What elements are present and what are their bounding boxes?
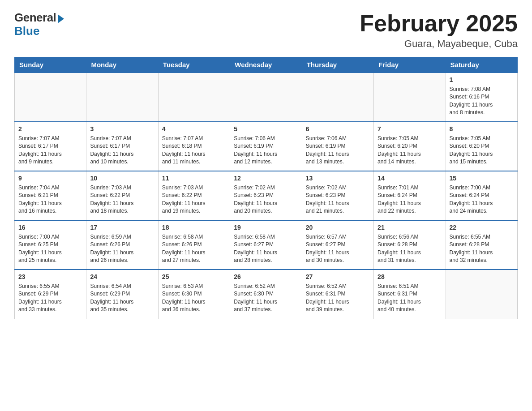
table-row: 7Sunrise: 7:05 AM Sunset: 6:20 PM Daylig…: [374, 122, 446, 171]
day-info: Sunrise: 6:55 AM Sunset: 6:28 PM Dayligh…: [450, 233, 514, 265]
day-number: 18: [162, 223, 226, 232]
col-monday: Monday: [86, 57, 158, 73]
day-info: Sunrise: 6:52 AM Sunset: 6:30 PM Dayligh…: [234, 283, 298, 314]
day-info: Sunrise: 7:05 AM Sunset: 6:20 PM Dayligh…: [378, 135, 442, 166]
table-row: [374, 73, 446, 122]
table-row: [86, 73, 158, 122]
calendar-week-row: 23Sunrise: 6:55 AM Sunset: 6:29 PM Dayli…: [15, 270, 518, 319]
logo: General Blue: [14, 11, 64, 38]
table-row: 16Sunrise: 7:00 AM Sunset: 6:25 PM Dayli…: [15, 220, 86, 270]
day-info: Sunrise: 7:02 AM Sunset: 6:23 PM Dayligh…: [306, 184, 370, 215]
table-row: 13Sunrise: 7:02 AM Sunset: 6:23 PM Dayli…: [302, 171, 373, 220]
table-row: 12Sunrise: 7:02 AM Sunset: 6:23 PM Dayli…: [230, 171, 302, 220]
day-info: Sunrise: 6:54 AM Sunset: 6:29 PM Dayligh…: [90, 283, 154, 314]
day-number: 16: [18, 223, 82, 232]
col-friday: Friday: [374, 57, 446, 73]
day-info: Sunrise: 7:00 AM Sunset: 6:25 PM Dayligh…: [18, 233, 82, 265]
col-sunday: Sunday: [15, 57, 86, 73]
table-row: 10Sunrise: 7:03 AM Sunset: 6:22 PM Dayli…: [86, 171, 158, 220]
day-number: 22: [450, 223, 514, 232]
table-row: 19Sunrise: 6:58 AM Sunset: 6:27 PM Dayli…: [230, 220, 302, 270]
table-row: 5Sunrise: 7:06 AM Sunset: 6:19 PM Daylig…: [230, 122, 302, 171]
table-row: 28Sunrise: 6:51 AM Sunset: 6:31 PM Dayli…: [374, 270, 446, 319]
day-info: Sunrise: 6:57 AM Sunset: 6:27 PM Dayligh…: [306, 233, 370, 265]
table-row: 4Sunrise: 7:07 AM Sunset: 6:18 PM Daylig…: [158, 122, 230, 171]
table-row: [15, 73, 86, 122]
day-number: 15: [450, 174, 514, 183]
table-row: 18Sunrise: 6:58 AM Sunset: 6:26 PM Dayli…: [158, 220, 230, 270]
day-info: Sunrise: 7:07 AM Sunset: 6:17 PM Dayligh…: [90, 135, 154, 166]
logo-blue-text: Blue: [14, 25, 39, 38]
day-info: Sunrise: 6:56 AM Sunset: 6:28 PM Dayligh…: [378, 233, 442, 265]
day-number: 13: [306, 174, 370, 183]
day-info: Sunrise: 7:06 AM Sunset: 6:19 PM Dayligh…: [306, 135, 370, 166]
table-row: 22Sunrise: 6:55 AM Sunset: 6:28 PM Dayli…: [446, 220, 517, 270]
table-row: [302, 73, 373, 122]
logo-general-text: General: [14, 11, 56, 25]
day-number: 26: [234, 273, 298, 282]
location-text: Guara, Mayabeque, Cuba: [360, 38, 518, 50]
table-row: 14Sunrise: 7:01 AM Sunset: 6:24 PM Dayli…: [374, 171, 446, 220]
day-number: 23: [18, 273, 82, 282]
day-number: 6: [306, 125, 370, 134]
day-info: Sunrise: 7:07 AM Sunset: 6:17 PM Dayligh…: [18, 135, 82, 166]
table-row: 8Sunrise: 7:05 AM Sunset: 6:20 PM Daylig…: [446, 122, 517, 171]
table-row: 23Sunrise: 6:55 AM Sunset: 6:29 PM Dayli…: [15, 270, 86, 319]
day-info: Sunrise: 7:08 AM Sunset: 6:16 PM Dayligh…: [450, 86, 514, 117]
table-row: 11Sunrise: 7:03 AM Sunset: 6:22 PM Dayli…: [158, 171, 230, 220]
day-info: Sunrise: 6:53 AM Sunset: 6:30 PM Dayligh…: [162, 283, 226, 314]
table-row: 2Sunrise: 7:07 AM Sunset: 6:17 PM Daylig…: [15, 122, 86, 171]
calendar-week-row: 2Sunrise: 7:07 AM Sunset: 6:17 PM Daylig…: [15, 122, 518, 171]
calendar-week-row: 16Sunrise: 7:00 AM Sunset: 6:25 PM Dayli…: [15, 220, 518, 270]
calendar-week-row: 9Sunrise: 7:04 AM Sunset: 6:21 PM Daylig…: [15, 171, 518, 220]
day-info: Sunrise: 7:03 AM Sunset: 6:22 PM Dayligh…: [162, 184, 226, 215]
day-info: Sunrise: 6:52 AM Sunset: 6:31 PM Dayligh…: [306, 283, 370, 314]
table-row: [230, 73, 302, 122]
day-info: Sunrise: 7:01 AM Sunset: 6:24 PM Dayligh…: [378, 184, 442, 215]
calendar-week-row: 1Sunrise: 7:08 AM Sunset: 6:16 PM Daylig…: [15, 73, 518, 122]
day-number: 9: [18, 174, 82, 183]
table-row: [446, 270, 517, 319]
table-row: 3Sunrise: 7:07 AM Sunset: 6:17 PM Daylig…: [86, 122, 158, 171]
table-row: 26Sunrise: 6:52 AM Sunset: 6:30 PM Dayli…: [230, 270, 302, 319]
day-number: 11: [162, 174, 226, 183]
page-header: General Blue February 2025 Guara, Mayabe…: [14, 11, 518, 50]
day-number: 21: [378, 223, 442, 232]
title-area: February 2025 Guara, Mayabeque, Cuba: [360, 11, 518, 50]
table-row: 21Sunrise: 6:56 AM Sunset: 6:28 PM Dayli…: [374, 220, 446, 270]
day-number: 8: [450, 125, 514, 134]
day-number: 14: [378, 174, 442, 183]
day-number: 27: [306, 273, 370, 282]
day-number: 17: [90, 223, 154, 232]
table-row: 27Sunrise: 6:52 AM Sunset: 6:31 PM Dayli…: [302, 270, 373, 319]
day-number: 4: [162, 125, 226, 134]
col-tuesday: Tuesday: [158, 57, 230, 73]
day-info: Sunrise: 6:55 AM Sunset: 6:29 PM Dayligh…: [18, 283, 82, 314]
day-info: Sunrise: 7:00 AM Sunset: 6:24 PM Dayligh…: [450, 184, 514, 215]
table-row: 9Sunrise: 7:04 AM Sunset: 6:21 PM Daylig…: [15, 171, 86, 220]
day-info: Sunrise: 6:58 AM Sunset: 6:26 PM Dayligh…: [162, 233, 226, 265]
table-row: 1Sunrise: 7:08 AM Sunset: 6:16 PM Daylig…: [446, 73, 517, 122]
day-number: 5: [234, 125, 298, 134]
day-info: Sunrise: 6:59 AM Sunset: 6:26 PM Dayligh…: [90, 233, 154, 265]
table-row: 15Sunrise: 7:00 AM Sunset: 6:24 PM Dayli…: [446, 171, 517, 220]
day-info: Sunrise: 7:03 AM Sunset: 6:22 PM Dayligh…: [90, 184, 154, 215]
day-number: 3: [90, 125, 154, 134]
day-info: Sunrise: 7:05 AM Sunset: 6:20 PM Dayligh…: [450, 135, 514, 166]
col-thursday: Thursday: [302, 57, 373, 73]
logo-arrow-icon: [58, 14, 64, 23]
day-info: Sunrise: 6:58 AM Sunset: 6:27 PM Dayligh…: [234, 233, 298, 265]
day-number: 19: [234, 223, 298, 232]
table-row: 25Sunrise: 6:53 AM Sunset: 6:30 PM Dayli…: [158, 270, 230, 319]
table-row: 6Sunrise: 7:06 AM Sunset: 6:19 PM Daylig…: [302, 122, 373, 171]
day-info: Sunrise: 7:02 AM Sunset: 6:23 PM Dayligh…: [234, 184, 298, 215]
month-title: February 2025: [360, 11, 518, 36]
day-number: 12: [234, 174, 298, 183]
col-saturday: Saturday: [446, 57, 517, 73]
day-info: Sunrise: 7:07 AM Sunset: 6:18 PM Dayligh…: [162, 135, 226, 166]
day-number: 2: [18, 125, 82, 134]
day-number: 25: [162, 273, 226, 282]
day-info: Sunrise: 7:04 AM Sunset: 6:21 PM Dayligh…: [18, 184, 82, 215]
day-info: Sunrise: 6:51 AM Sunset: 6:31 PM Dayligh…: [378, 283, 442, 314]
day-number: 1: [450, 76, 514, 85]
